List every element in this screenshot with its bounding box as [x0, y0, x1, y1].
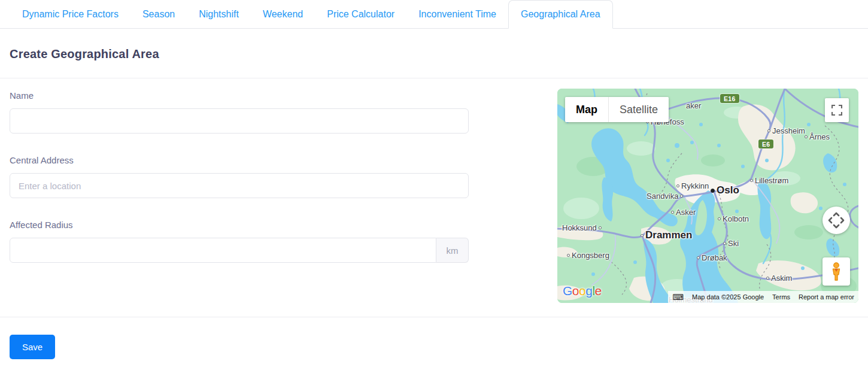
affected-radius-input[interactable] [10, 238, 436, 263]
tab-bar: Dynamic Price Factors Season Nightshift … [0, 0, 868, 29]
terms-link[interactable]: Terms [768, 291, 794, 303]
name-label: Name [10, 90, 469, 101]
fullscreen-button[interactable] [825, 98, 849, 122]
heading-divider [0, 78, 868, 78]
pan-control-button[interactable] [823, 207, 850, 234]
central-address-label: Central Address [10, 155, 469, 165]
save-button[interactable]: Save [10, 335, 55, 359]
tab-price-calculator[interactable]: Price Calculator [315, 0, 406, 28]
tab-weekend[interactable]: Weekend [251, 0, 315, 28]
keyboard-shortcuts-button[interactable]: ⌨ [668, 291, 688, 303]
tab-nightshift[interactable]: Nightshift [187, 0, 251, 28]
pegman-icon [828, 262, 844, 282]
central-address-input[interactable] [10, 173, 469, 198]
tab-geographical-area[interactable]: Geographical Area [508, 0, 613, 29]
google-logo[interactable]: Google [563, 284, 602, 298]
tab-season[interactable]: Season [130, 0, 187, 28]
tab-inconvenient-time[interactable]: Inconvenient Time [406, 0, 508, 28]
radius-unit-addon: km [436, 238, 469, 263]
geo-area-form: Name Central Address Affected Radius km [10, 90, 469, 284]
name-input[interactable] [10, 108, 469, 134]
main-content: Name Central Address Affected Radius km [0, 90, 868, 303]
satellite-view-button[interactable]: Satellite [608, 97, 669, 122]
pegman-button[interactable] [823, 257, 850, 286]
pan-arrows-icon [826, 210, 846, 231]
affected-radius-label: Affected Radius [10, 220, 469, 230]
page-title: Create Geographical Area [10, 47, 858, 61]
fullscreen-icon [831, 105, 842, 116]
report-map-error-link[interactable]: Report a map error [794, 291, 858, 303]
map-view-button[interactable]: Map [565, 97, 608, 122]
map-type-toggle: Map Satellite [565, 97, 669, 122]
affected-radius-group: km [10, 238, 469, 263]
tab-dynamic-price-factors[interactable]: Dynamic Price Factors [10, 0, 130, 28]
map-attribution: ⌨ Map data ©2025 Google Terms Report a m… [668, 291, 858, 303]
map-widget: akerHønefossJessheimÅrnesLillestrømRykki… [557, 89, 858, 303]
map-data-text: Map data ©2025 Google [688, 291, 768, 303]
keyboard-icon: ⌨ [672, 293, 684, 301]
